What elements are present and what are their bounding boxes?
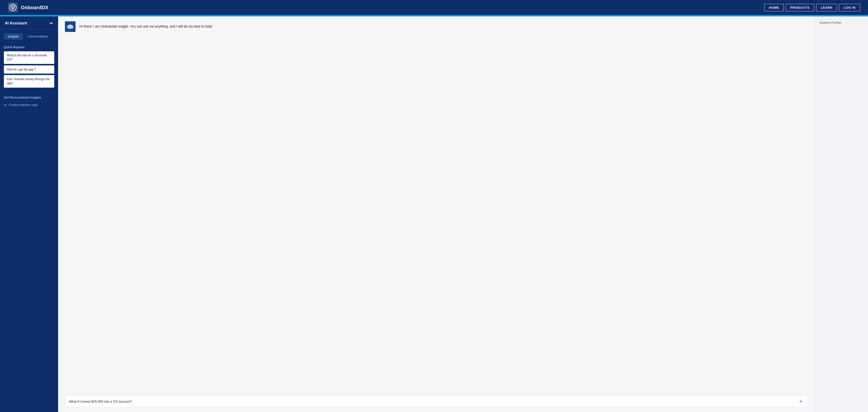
welcome-message: Hi there! I am Onboarddx insight. You ca… bbox=[80, 21, 212, 29]
main-container: AI Assistant Insights Conversations Quic… bbox=[0, 17, 868, 412]
nav-products[interactable]: PRODUCTS bbox=[786, 4, 814, 11]
sidebar-tabs: Insights Conversations bbox=[0, 30, 58, 42]
nav-learn[interactable]: LEARN bbox=[816, 4, 837, 11]
chat-input-wrapper bbox=[65, 395, 808, 407]
svg-rect-3 bbox=[68, 25, 73, 29]
svg-point-2 bbox=[12, 7, 13, 8]
right-panel: Explore Further bbox=[815, 17, 868, 412]
svg-rect-8 bbox=[67, 26, 68, 28]
sidebar: AI Assistant Insights Conversations Quic… bbox=[0, 17, 58, 412]
personalized-label: Get Personalized Insights bbox=[4, 96, 54, 99]
quick-reports-label: Quick Reports bbox=[4, 45, 54, 49]
quick-report-item[interactable]: Can I transfer money through the app? bbox=[4, 75, 54, 88]
svg-rect-9 bbox=[73, 26, 73, 28]
quick-report-item[interactable]: How do i get the app ? bbox=[4, 65, 54, 74]
sidebar-header: AI Assistant bbox=[0, 17, 58, 30]
tab-conversations[interactable]: Conversations bbox=[24, 33, 52, 40]
brand: OnboardDX bbox=[8, 2, 49, 12]
chat-messages: Hi there! I am Onboarddx insight. You ca… bbox=[58, 17, 815, 392]
chat-input-area bbox=[58, 392, 815, 412]
send-icon bbox=[799, 399, 803, 404]
nav-links: HOME PRODUCTS LEARN LOG IN bbox=[764, 4, 860, 11]
tab-insights[interactable]: Insights bbox=[4, 33, 23, 40]
bot-avatar bbox=[65, 21, 75, 32]
sidebar-title: AI Assistant bbox=[5, 21, 27, 25]
explore-further-label: Explore Further bbox=[820, 21, 863, 25]
send-button[interactable] bbox=[799, 399, 804, 404]
bot-icon bbox=[67, 24, 73, 30]
nav-home[interactable]: HOME bbox=[764, 4, 784, 11]
svg-rect-6 bbox=[70, 24, 71, 25]
bot-message-row: Hi there! I am Onboarddx insight. You ca… bbox=[65, 21, 808, 32]
nav-login[interactable]: LOG IN bbox=[839, 4, 860, 11]
personalized-item[interactable]: ✦ Chatbot definition expl bbox=[4, 102, 54, 108]
svg-point-5 bbox=[71, 26, 72, 27]
collapse-icon bbox=[49, 21, 53, 26]
personalized-section: Get Personalized Insights ✦ Chatbot defi… bbox=[0, 92, 58, 110]
svg-point-4 bbox=[69, 26, 70, 27]
chat-area: Hi there! I am Onboarddx insight. You ca… bbox=[58, 17, 815, 412]
brand-name: OnboardDX bbox=[21, 5, 49, 10]
quick-report-item[interactable]: What is the rate for a 36-month CD? bbox=[4, 51, 54, 64]
sparkle-icon: ✦ bbox=[4, 103, 7, 107]
navbar: OnboardDX HOME PRODUCTS LEARN LOG IN bbox=[0, 0, 868, 15]
quick-reports-section: Quick Reports What is the rate for a 36-… bbox=[0, 42, 58, 91]
logo-icon bbox=[8, 2, 18, 12]
chat-input[interactable] bbox=[69, 400, 799, 403]
sidebar-collapse-button[interactable] bbox=[49, 21, 53, 26]
personalized-item-text: Chatbot definition expl bbox=[9, 103, 37, 107]
